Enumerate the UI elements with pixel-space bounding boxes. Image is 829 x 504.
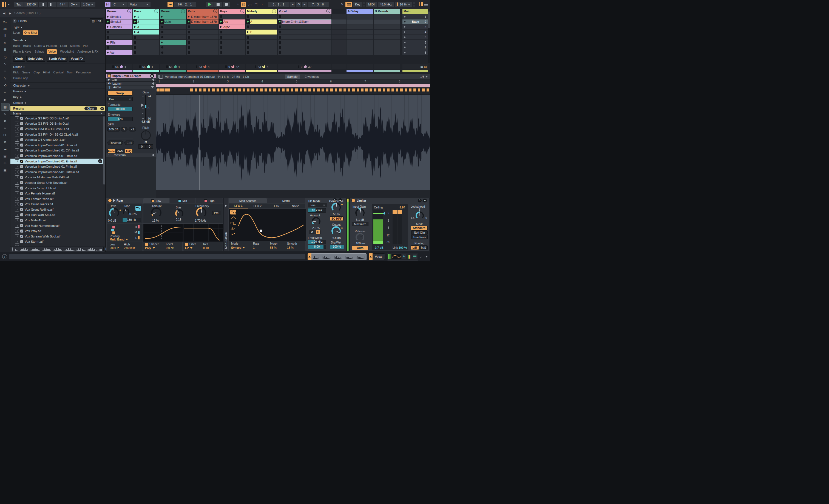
transform-section-header[interactable]: ◔:Transform — [106, 153, 156, 157]
return-slot[interactable] — [347, 35, 373, 40]
rail-category-icon-2[interactable]: ⠿ — [1, 46, 9, 53]
rail-category-icon-11[interactable]: ≈ — [1, 110, 9, 117]
warp-marker[interactable] — [167, 88, 170, 92]
warp-marker[interactable] — [286, 88, 289, 92]
return-slot[interactable] — [374, 50, 400, 55]
track-color-strip[interactable] — [402, 70, 428, 72]
fb-amount-knob[interactable] — [312, 217, 321, 226]
clip-stop-slot[interactable] — [278, 45, 331, 50]
filters-collapse-icon[interactable]: ▼ — [12, 19, 17, 23]
rail-category-icon-3[interactable]: ◷ — [1, 53, 9, 61]
file-checkbox-icon[interactable]: ✓ — [20, 138, 23, 141]
clip-launch-icon[interactable] — [187, 14, 190, 19]
voice-subtag-solo-voice[interactable]: Solo Voice — [26, 56, 45, 62]
clip-stop-slot[interactable] — [219, 14, 245, 19]
fb-mode-menu[interactable]: Time — [308, 203, 326, 207]
lfo-morph-value[interactable]: 53 % — [270, 246, 277, 249]
groove-amount-control[interactable]: O● — [69, 2, 80, 7]
capture-midi-icon[interactable]: ⬚ — [253, 2, 258, 6]
warp-marker[interactable] — [190, 88, 193, 92]
filter-type-menu[interactable]: LP — [185, 246, 192, 249]
mode-softclip-button[interactable]: Soft Clip — [411, 230, 428, 235]
clip-playing[interactable]: Main — [160, 20, 186, 25]
tone-knob[interactable] — [123, 208, 130, 215]
ceiling-handle-icon[interactable] — [383, 212, 385, 215]
warp-marker[interactable] — [365, 88, 368, 92]
clip[interactable]: 1 — [133, 14, 159, 19]
track-color-strip[interactable] — [219, 70, 245, 72]
clip-launch-icon[interactable] — [133, 25, 137, 29]
stop-button[interactable] — [214, 2, 222, 7]
bias-knob[interactable] — [175, 209, 183, 218]
type-section-title[interactable]: Type ▼ — [13, 26, 103, 29]
warp-marker[interactable] — [225, 88, 228, 92]
warp-marker[interactable] — [304, 88, 307, 92]
tone-freq-field[interactable]: 180 Hz — [122, 218, 141, 222]
file-checkbox-icon[interactable]: ✓ — [20, 219, 23, 222]
device-chain-thumbnail[interactable] — [387, 253, 418, 261]
search-input[interactable] — [14, 11, 103, 15]
clip-launch-icon[interactable] — [106, 50, 110, 55]
clip-stop-slot[interactable] — [278, 40, 331, 45]
automation-arm-icon[interactable]: ⛓ — [241, 2, 246, 7]
file-row[interactable]: ✓Veronica ImproCombined-01 Bmin.aif — [10, 143, 105, 148]
drums-tag-clap[interactable]: Clap — [33, 70, 40, 75]
lfo-tab-env[interactable]: Env — [267, 203, 286, 208]
routing-menu[interactable]: Multi Band — [110, 238, 128, 241]
file-row[interactable]: ✓Vox Storm.aif — [10, 239, 105, 245]
shaper-graph[interactable] — [143, 224, 183, 242]
roar-power-led[interactable] — [108, 199, 112, 202]
lfo-rate-value[interactable]: 1 — [253, 246, 255, 249]
scene-1[interactable]: 1 — [402, 14, 428, 19]
warp-marker[interactable] — [238, 88, 241, 92]
session-view-toggle-icon[interactable] — [420, 2, 424, 7]
clip-launch-icon[interactable] — [133, 20, 137, 25]
lookahead-knob[interactable] — [416, 211, 424, 220]
formants-slider[interactable]: 100.00 — [107, 107, 133, 111]
track-header-pads[interactable]: Pads▼ — [187, 9, 218, 14]
rail-category-icon-8[interactable]: ⌁ — [1, 89, 9, 96]
scene-launch-icon[interactable] — [404, 36, 406, 38]
warp-marker[interactable] — [313, 88, 316, 92]
limiter-randomize-icon[interactable]: ⟳ — [418, 199, 422, 202]
warp-marker[interactable] — [352, 88, 355, 92]
tab-sample[interactable]: Sample — [285, 75, 300, 79]
rail-place-icon-1[interactable]: ☁ — [1, 146, 9, 153]
phase-invert-toggle[interactable]: Ø — [310, 230, 315, 234]
clip-stop-slot[interactable] — [219, 45, 245, 50]
pitch-knob[interactable] — [141, 130, 151, 140]
nudge-down-button[interactable] — [39, 2, 47, 7]
clip-launch-icon[interactable] — [160, 40, 164, 45]
release-knob[interactable] — [356, 233, 364, 242]
file-checkbox-icon[interactable]: ✓ — [20, 176, 23, 179]
return-slot[interactable] — [374, 35, 400, 40]
rail-label-lib[interactable]: Lib. — [3, 26, 7, 32]
clip-stop-slot[interactable] — [246, 50, 277, 55]
warp-marker[interactable] — [255, 88, 258, 92]
name-column-header[interactable]: Name▲ — [10, 111, 105, 116]
sounds-tag-strings[interactable]: Strings — [35, 49, 44, 54]
re-enable-automation-icon[interactable]: ⤺ — [247, 2, 252, 6]
warp-marker[interactable] — [426, 88, 429, 92]
warp-marker[interactable] — [203, 88, 206, 92]
clip[interactable]: Var — [106, 50, 133, 55]
track-fold-icon[interactable]: ▼ — [127, 9, 131, 13]
session-scrollbar[interactable] — [428, 11, 430, 63]
sounds-tag-bass[interactable]: Bass — [13, 44, 20, 48]
selected-track-tab[interactable]: Vocal — [369, 254, 385, 260]
file-row[interactable]: ✓Veronica ImproCombined-01 G#min.aif — [10, 169, 105, 175]
warp-marker[interactable] — [273, 88, 276, 92]
bpm-field[interactable]: 105.07 — [107, 127, 119, 131]
clip[interactable]: Arp2 — [219, 25, 245, 29]
clip-stop-slot[interactable] — [278, 25, 331, 29]
reverse-button[interactable]: Reverse — [107, 141, 123, 145]
track-color-strip[interactable] — [187, 70, 218, 72]
browser-forward-icon[interactable]: ▶ — [8, 11, 12, 15]
file-checkbox-icon[interactable]: ✓ — [20, 224, 23, 227]
main-track-header[interactable]: Main — [402, 9, 428, 14]
lfo-shape-saw-icon[interactable] — [230, 232, 236, 236]
sounds-tag-guitar-plucked[interactable]: Guitar & Plucked — [34, 44, 57, 48]
drywet-field[interactable]: 100 % — [330, 245, 344, 249]
file-row[interactable]: ✓Veronica ImproCombined-01 Emin.aif≈ — [10, 159, 105, 164]
file-row[interactable]: ✓Veronica G4 A long 120_1.aif — [10, 137, 105, 143]
